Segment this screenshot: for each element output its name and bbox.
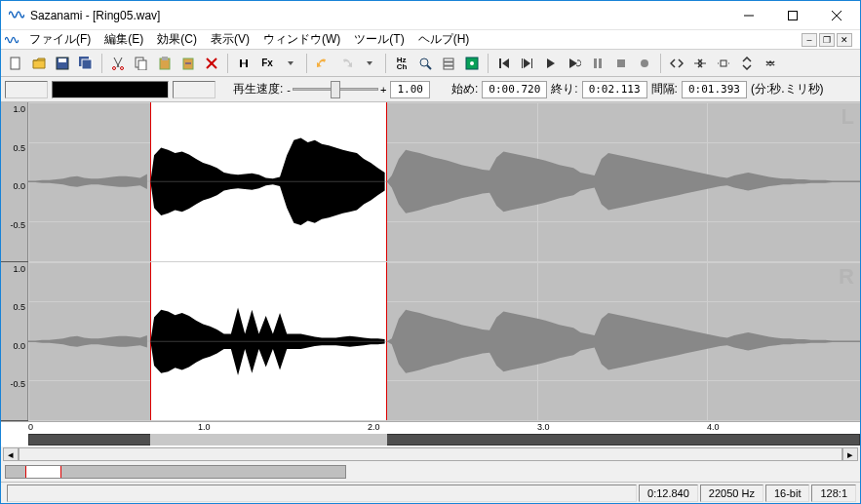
effects-button[interactable]: Fx [256, 53, 278, 74]
redo-button[interactable] [335, 53, 357, 74]
svg-line-22 [427, 65, 431, 69]
svg-rect-30 [531, 58, 532, 68]
mdi-close-button[interactable]: ✕ [837, 33, 852, 47]
left-color-swatch[interactable] [5, 81, 48, 98]
selection-end-value[interactable]: 0:02.113 [582, 81, 647, 98]
status-total-time: 0:12.840 [639, 485, 698, 502]
svg-rect-32 [599, 58, 602, 68]
svg-rect-19 [246, 59, 248, 67]
new-file-button[interactable] [5, 53, 26, 74]
pause-button[interactable] [587, 53, 608, 74]
mdi-minimize-button[interactable]: – [802, 33, 817, 47]
play-loop-button[interactable] [564, 53, 585, 74]
sample-rate-button[interactable]: HzCh [391, 53, 412, 74]
horizontal-scrollbar[interactable]: ◂ ▸ [1, 446, 860, 462]
svg-rect-31 [594, 58, 597, 68]
mdi-restore-button[interactable]: ❐ [819, 33, 835, 47]
play-button[interactable] [540, 53, 562, 74]
svg-rect-4 [11, 58, 20, 69]
zoom-out-v-button[interactable] [736, 53, 758, 74]
svg-rect-18 [240, 59, 242, 67]
time-unit-label: (分:秒.ミリ秒) [751, 81, 824, 97]
waveform-area[interactable]: 1.00.50.0-0.5 L 1.00.50.0-0.5 R 01.02.03… [1, 102, 860, 446]
selection-length-value[interactable]: 0:01.393 [682, 81, 747, 98]
selection-length-label: 間隔: [651, 81, 678, 97]
maximize-button[interactable] [770, 1, 814, 29]
svg-rect-6 [59, 58, 66, 62]
svg-rect-33 [617, 59, 625, 67]
wave-color-swatch[interactable] [52, 81, 169, 98]
mdi-app-icon [5, 33, 19, 47]
waveform-channel-left[interactable]: 1.00.50.0-0.5 L [1, 102, 860, 262]
zoom-button[interactable] [414, 53, 436, 74]
svg-point-21 [420, 58, 428, 66]
paste-button[interactable] [154, 53, 176, 74]
minimize-button[interactable] [726, 1, 770, 29]
history-dropdown[interactable] [359, 53, 380, 74]
trim-button[interactable] [233, 53, 254, 74]
open-file-button[interactable] [28, 53, 50, 74]
record-button[interactable] [634, 53, 655, 74]
status-sample-rate: 22050 Hz [700, 485, 763, 502]
undo-button[interactable] [312, 53, 333, 74]
menu-help[interactable]: ヘルプ(H) [411, 29, 477, 50]
selection-start-label: 始め: [451, 81, 478, 97]
channel-label-left: L [841, 104, 854, 130]
save-all-button[interactable] [75, 53, 97, 74]
titlebar: Sazanami - [Ring05.wav] [1, 1, 860, 30]
menu-effect[interactable]: 効果(C) [150, 29, 204, 50]
y-axis-right: 1.00.50.0-0.5 [1, 262, 28, 421]
delete-button[interactable] [201, 53, 222, 74]
zoom-in-h-button[interactable] [689, 53, 711, 74]
time-ruler[interactable]: 01.02.03.04.0 [1, 421, 860, 446]
speed-plus: + [380, 84, 386, 96]
menu-file[interactable]: ファイル(F) [22, 29, 98, 50]
zoom-selection-button[interactable] [713, 53, 734, 74]
mdi-controls: – ❐ ✕ [802, 33, 856, 47]
speed-value[interactable]: 1.00 [390, 81, 430, 98]
speed-slider-wrap: - + [287, 81, 386, 98]
svg-point-9 [113, 66, 116, 69]
minimap-row [1, 462, 860, 482]
menu-window[interactable]: ウィンドウ(W) [256, 29, 347, 50]
waveform-channel-right[interactable]: 1.00.50.0-0.5 R [1, 262, 860, 422]
svg-rect-20 [242, 62, 246, 64]
svg-rect-25 [444, 66, 453, 69]
minimap[interactable] [5, 465, 346, 479]
zoom-out-h-button[interactable] [666, 53, 687, 74]
menu-view[interactable]: 表示(V) [204, 29, 256, 50]
statusbar: 0:12.840 22050 Hz 16-bit 128:1 [1, 482, 860, 503]
selection-end-label: 終り: [551, 81, 577, 97]
properties-button[interactable] [438, 53, 459, 74]
effects-dropdown[interactable] [280, 53, 301, 74]
speed-minus: - [287, 84, 291, 96]
copy-button[interactable] [131, 53, 152, 74]
zoom-in-v-button[interactable] [760, 53, 781, 74]
svg-rect-29 [522, 58, 523, 68]
svg-rect-1 [788, 11, 797, 19]
status-zoom: 128:1 [811, 485, 856, 502]
svg-rect-24 [444, 62, 453, 65]
svg-rect-12 [138, 60, 146, 70]
go-start-button[interactable] [493, 53, 515, 74]
speed-slider[interactable] [293, 81, 378, 98]
stop-button[interactable] [610, 53, 632, 74]
app-icon [9, 7, 24, 24]
svg-rect-14 [162, 57, 168, 60]
toolbar: Fx HzCh [1, 50, 860, 77]
svg-rect-23 [444, 58, 453, 61]
close-button[interactable] [814, 1, 858, 29]
mix-paste-button[interactable] [177, 53, 199, 74]
menu-tool[interactable]: ツール(T) [347, 29, 411, 50]
menu-edit[interactable]: 編集(E) [98, 29, 150, 50]
selection-start-value[interactable]: 0:00.720 [482, 81, 547, 98]
cut-button[interactable] [107, 53, 129, 74]
right-color-swatch[interactable] [173, 81, 215, 98]
play-selection-button[interactable] [517, 53, 538, 74]
settings-button[interactable] [461, 53, 483, 74]
status-bit-depth: 16-bit [765, 485, 810, 502]
window-title: Sazanami - [Ring05.wav] [30, 9, 726, 22]
save-button[interactable] [52, 53, 73, 74]
svg-point-34 [641, 59, 648, 67]
y-axis-left: 1.00.50.0-0.5 [1, 102, 28, 261]
